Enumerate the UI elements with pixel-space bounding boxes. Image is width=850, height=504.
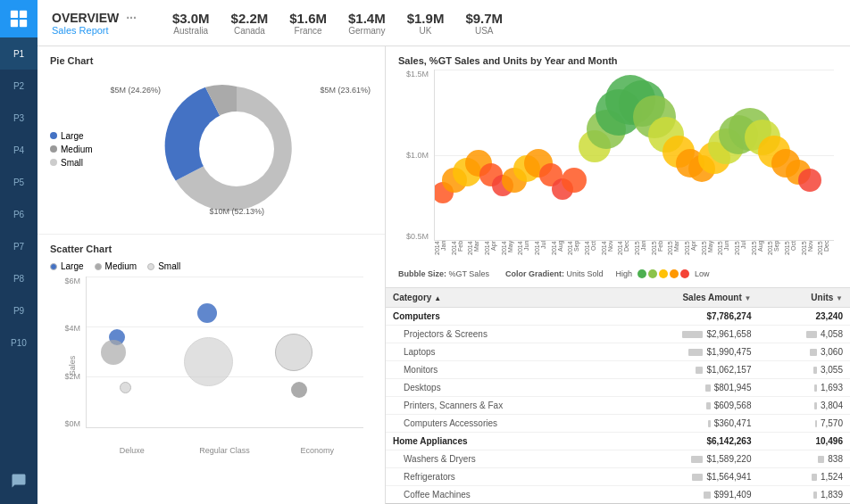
y-label-15: $1.5M: [406, 70, 429, 78]
bubble-x-label: 2015 May: [701, 241, 718, 264]
cell-category: Monitors: [386, 361, 609, 379]
kpi-label: USA: [475, 26, 494, 36]
scatter-y-label: $2M: [64, 372, 80, 381]
nav-page-p7[interactable]: P7: [0, 230, 38, 262]
table-body: Computers $7,786,274 23,240 Projectors &…: [386, 308, 850, 505]
scatter-y-axis: $6M$4M$2M$0M: [50, 277, 84, 428]
bubble-x-label: 2015 Dec: [817, 241, 834, 264]
bubble-economy-small: [275, 334, 312, 371]
scatter-y-label: $4M: [64, 324, 80, 333]
cell-sales: $1,589,220: [609, 450, 758, 468]
bubble-x-label: 2014 Oct: [584, 241, 601, 264]
more-options-button[interactable]: ···: [126, 11, 137, 25]
color-dot-5: [680, 269, 689, 278]
col-category: Category ▲: [386, 288, 609, 308]
bubble-x-label: 2014 Feb: [451, 241, 468, 264]
nav-page-p1[interactable]: P1: [0, 37, 38, 70]
chart-bubble: [798, 169, 821, 192]
scatter-x-axis: DeluxeRegular ClassEconomy: [86, 446, 363, 455]
legend-dot: [50, 159, 57, 166]
sort-icon-units[interactable]: ▼: [836, 294, 843, 302]
cell-sales: $801,945: [609, 379, 758, 397]
kpi-value: $1.4M: [348, 11, 386, 26]
scatter-legend-large: Large: [50, 261, 84, 271]
legend-dot: [50, 132, 57, 139]
scatter-legend-medium: Medium: [95, 261, 138, 271]
cell-category: Computers: [386, 308, 609, 326]
cell-category: Printers, Scanners & Fax: [386, 397, 609, 415]
bubble-x-label: 2015 Sep: [767, 241, 784, 264]
cell-sales: $7,786,274: [609, 308, 758, 326]
chat-button[interactable]: [0, 465, 38, 497]
kpi-value: $9.7M: [465, 11, 503, 26]
cell-units: 23,240: [758, 308, 850, 326]
bubble-deluxe-small: [120, 382, 131, 393]
nav-page-p6[interactable]: P6: [0, 198, 38, 230]
kpi-label: Germany: [348, 26, 385, 36]
kpi-france: $1.6MFrance: [289, 11, 327, 36]
kpi-label: France: [295, 26, 322, 36]
scatter-chart-area: Sales $6M$4M$2M$0M: [50, 277, 372, 455]
kpi-value: $3.0M: [172, 11, 210, 26]
cell-units: 1,524: [758, 468, 850, 486]
bubble-chart-container: $1.5M $1.0M $0.5M 2014 Jan2014 Feb2014 M…: [398, 70, 838, 266]
cell-category: Laptops: [386, 343, 609, 361]
pie-legend-small: Small: [50, 158, 93, 168]
table-row: Projectors & Screens $2,961,658 4,058: [386, 326, 850, 343]
legend-label: Large: [61, 131, 84, 141]
scatter-legend-small: Small: [147, 261, 180, 271]
nav-page-p8[interactable]: P8: [0, 262, 38, 294]
cell-units: 838: [758, 450, 850, 468]
bubble-chart-section: Sales, %GT Sales and Units by Year and M…: [386, 46, 850, 288]
pie-chart-title: Pie Chart: [50, 55, 372, 66]
legend-label: Medium: [61, 145, 93, 154]
cell-sales: $6,142,263: [609, 433, 758, 450]
bubble-size-label: Bubble Size: %GT Sales: [398, 269, 489, 278]
y-label-05: $0.5M: [406, 232, 429, 241]
bubble-chart-x-axis: 2014 Jan2014 Feb2014 Mar2014 Apr2014 May…: [434, 241, 834, 266]
cell-units: 4,058: [758, 326, 850, 343]
nav-page-p9[interactable]: P9: [0, 294, 38, 326]
cell-sales: $609,568: [609, 397, 758, 415]
logo-icon: [9, 9, 29, 29]
cell-category: Computers Accessories: [386, 415, 609, 433]
scatter-x-label: Economy: [271, 446, 363, 455]
color-gradient-label: Color Gradient: Units Sold: [505, 269, 604, 278]
scatter-plot-area: [86, 277, 363, 428]
bubble-x-label: 2014 Dec: [617, 241, 634, 264]
app-logo[interactable]: [0, 0, 38, 37]
pie-chart-svg: [147, 73, 326, 225]
bubble-regular-large: [197, 303, 217, 323]
cell-units: 10,496: [758, 433, 850, 450]
bubble-x-label: 2014 Sep: [567, 241, 584, 264]
low-label: Low: [695, 269, 710, 278]
legend-label: Medium: [105, 261, 138, 271]
legend-label: Large: [61, 261, 84, 271]
pie-label-top-left: $5M (24.26%): [111, 86, 162, 95]
sort-icon-sales[interactable]: ▼: [745, 294, 752, 302]
pie-chart-container: LargeMediumSmall $5M (24.26%): [50, 73, 372, 225]
nav-page-p3[interactable]: P3: [0, 102, 38, 134]
bubble-chart-title: Sales, %GT Sales and Units by Year and M…: [398, 55, 838, 66]
bubble-chart-legend: Bubble Size: %GT Sales Color Gradient: U…: [398, 269, 838, 278]
nav-page-p5[interactable]: P5: [0, 166, 38, 198]
table-row: Computers $7,786,274 23,240: [386, 308, 850, 326]
col-sales: Sales Amount ▼: [609, 288, 758, 308]
y-label-10: $1.0M: [406, 151, 429, 160]
table-header-row: Category ▲ Sales Amount ▼ Units ▼: [386, 288, 850, 308]
bubble-x-label: 2014 May: [501, 241, 518, 264]
cell-category: Washers & Dryers: [386, 450, 609, 468]
cell-units: 3,055: [758, 361, 850, 379]
sort-icon-category[interactable]: ▲: [434, 294, 441, 302]
col-units: Units ▼: [758, 288, 850, 308]
pie-legend-large: Large: [50, 131, 93, 141]
nav-page-p4[interactable]: P4: [0, 134, 38, 166]
nav-page-p10[interactable]: P10: [0, 326, 38, 359]
pie-chart-section: Pie Chart LargeMediumSmall: [38, 46, 385, 235]
table-row: Coffee Machines $991,409 1,839: [386, 486, 850, 505]
nav-page-p2[interactable]: P2: [0, 70, 38, 102]
pie-label-top-right: $5M (23.61%): [320, 86, 371, 95]
nav-pages: P1P2P3P4P5P6P7P8P9P10: [0, 37, 38, 359]
color-gradient-dots: [638, 269, 689, 278]
cell-units: 3,060: [758, 343, 850, 361]
